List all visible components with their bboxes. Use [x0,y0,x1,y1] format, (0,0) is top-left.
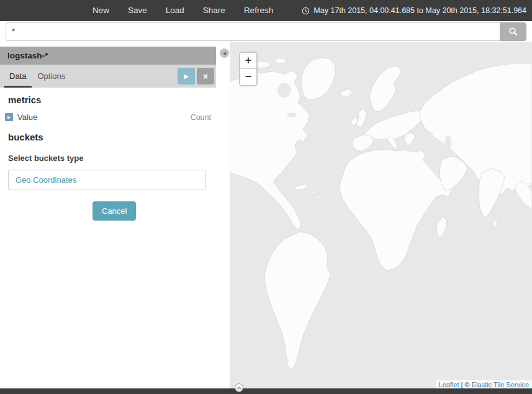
bucket-type-option-geo-coordinates[interactable]: Geo Coordinates [8,170,206,190]
sidebar-collapse-button[interactable]: ◀ [220,48,229,58]
nav-refresh[interactable]: Refresh [235,0,282,21]
scroll-to-top-button[interactable] [235,383,243,392]
main-content: logstash-* Data Options ▶ × metrics ▶ Va… [0,42,532,394]
query-bar [0,21,532,42]
play-icon: ▶ [184,73,189,80]
tile-map[interactable]: + − Leaflet | © Elastic Tile Service [230,42,532,394]
zoom-out-button[interactable]: − [240,69,256,85]
editor-tabs: Data Options ▶ × [0,65,216,88]
attribution-separator: | © [459,381,472,388]
search-button[interactable] [500,22,526,41]
metric-row-value[interactable]: ▶ Value Count [5,112,211,122]
time-range-text: May 17th 2015, 04:00:41.685 to May 20th … [313,6,526,15]
agg-panel: metrics ▶ Value Count buckets Select buc… [0,88,216,221]
select-buckets-type-label: Select buckets type [8,153,211,163]
nav-save[interactable]: Save [119,0,156,21]
clock-icon [302,7,310,15]
tab-options[interactable]: Options [32,65,71,88]
search-icon [508,27,518,37]
expand-caret-icon: ▶ [5,113,13,121]
tab-data[interactable]: Data [4,65,32,88]
zoom-in-button[interactable]: + [240,53,256,69]
metric-agg-type: Count [191,113,211,122]
metric-label: Value [17,112,37,122]
apply-changes-button[interactable]: ▶ [178,68,195,85]
nav-load[interactable]: Load [156,0,194,21]
buckets-heading: buckets [8,132,211,142]
discard-changes-button[interactable]: × [197,68,214,85]
map-zoom-control: + − [239,52,258,86]
chevron-up-icon [237,387,241,390]
index-pattern-title: logstash-* [0,47,216,65]
main-menu: New Save Load Share Refresh [83,0,282,21]
nav-new[interactable]: New [83,0,119,21]
map-attribution: Leaflet | © Elastic Tile Service [436,380,532,389]
editor-actions: ▶ × [178,68,214,85]
query-input[interactable] [6,22,500,41]
time-picker[interactable]: May 17th 2015, 04:00:41.685 to May 20th … [302,6,526,15]
metrics-heading: metrics [8,94,211,105]
vis-editor-sidebar: logstash-* Data Options ▶ × metrics ▶ Va… [0,42,230,394]
cancel-button[interactable]: Cancel [92,201,136,221]
close-icon: × [203,71,208,81]
world-map [230,42,532,394]
top-navbar: New Save Load Share Refresh May 17th 201… [0,0,532,21]
nav-share[interactable]: Share [194,0,235,21]
leaflet-link[interactable]: Leaflet [439,381,459,388]
chevron-left-icon: ◀ [223,51,226,56]
bottom-bar [0,388,532,394]
elastic-tile-service-link[interactable]: Elastic Tile Service [472,381,529,388]
